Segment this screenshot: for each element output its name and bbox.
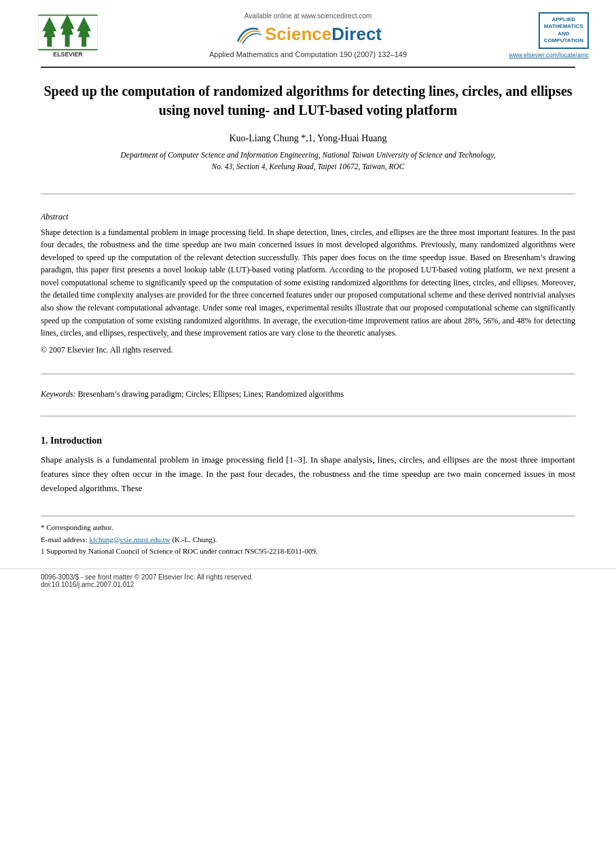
svg-marker-9 bbox=[77, 17, 91, 31]
email-address[interactable]: klchung@csie.ntust.edu.tw bbox=[89, 535, 170, 543]
sciencedirect-area: Available online at www.sciencedirect.co… bbox=[109, 12, 507, 58]
journal-logo-area: APPLIED MATHEMATICS AND COMPUTATION www.… bbox=[507, 12, 589, 58]
abstract-section: Abstract Shape detection is a fundamenta… bbox=[0, 204, 616, 365]
authors: Kuo-Liang Chung *,1, Yong-Huai Huang bbox=[27, 133, 589, 144]
keywords-label: Keywords: bbox=[41, 389, 76, 399]
copyright-text: © 2007 Elsevier Inc. All rights reserved… bbox=[41, 344, 575, 357]
elsevier-logo-area: ELSEVIER bbox=[27, 12, 109, 60]
elsevier-logo-icon: ELSEVIER bbox=[31, 12, 105, 60]
email-note: E-mail address: klchung@csie.ntust.edu.t… bbox=[41, 534, 575, 546]
sd-logo-text: ScienceDirect bbox=[265, 24, 382, 45]
title-section: Speed up the computation of randomized a… bbox=[0, 68, 616, 184]
journal-website-url[interactable]: www.elsevier.com/locate/amc bbox=[509, 52, 589, 58]
svg-rect-7 bbox=[81, 36, 86, 47]
affiliation: Department of Computer Science and Infor… bbox=[27, 149, 589, 173]
introduction-section: 1. Introduction Shape analysis is a fund… bbox=[0, 426, 616, 502]
available-online-text: Available online at www.sciencedirect.co… bbox=[244, 12, 372, 20]
svg-marker-3 bbox=[42, 17, 56, 31]
abstract-divider bbox=[41, 374, 575, 374]
footnotes-area: * Corresponding author. E-mail address: … bbox=[41, 516, 575, 558]
keywords-divider bbox=[41, 416, 575, 416]
issn-text: 0096-3003/$ - see front matter © 2007 El… bbox=[41, 573, 575, 581]
sciencedirect-logo: ScienceDirect bbox=[234, 22, 382, 46]
email-label: E-mail address: bbox=[41, 535, 88, 543]
intro-heading: 1. Introduction bbox=[41, 435, 575, 446]
affiliation-line1: Department of Computer Science and Infor… bbox=[120, 151, 495, 159]
svg-rect-4 bbox=[65, 33, 70, 47]
abstract-label: Abstract bbox=[41, 212, 575, 222]
svg-marker-6 bbox=[60, 15, 75, 29]
page: ELSEVIER Available online at www.science… bbox=[0, 0, 616, 841]
intro-text: Shape analysis is a fundamental problem … bbox=[41, 453, 575, 495]
bottom-bar: 0096-3003/$ - see front matter © 2007 El… bbox=[0, 569, 616, 592]
corresponding-note: * Corresponding author. bbox=[41, 522, 575, 534]
keywords-values: Bresenham’s drawing paradigm; Circles; E… bbox=[78, 389, 344, 399]
svg-text:ELSEVIER: ELSEVIER bbox=[53, 51, 83, 58]
affiliation-line2: No. 43, Section 4, Keelung Road, Taipei … bbox=[212, 162, 405, 171]
title-divider bbox=[41, 194, 575, 194]
footnote1: 1 Supported by National Council of Scien… bbox=[41, 545, 575, 558]
keywords-section: Keywords: Bresenham’s drawing paradigm; … bbox=[0, 384, 616, 406]
header: ELSEVIER Available online at www.science… bbox=[0, 0, 616, 67]
sd-swoosh-icon bbox=[234, 22, 265, 46]
svg-rect-1 bbox=[47, 36, 52, 47]
journal-logo-text: APPLIED MATHEMATICS AND COMPUTATION bbox=[544, 16, 583, 45]
email-suffix: (K.-L. Chung). bbox=[172, 535, 217, 543]
journal-name-text: Applied Mathematics and Computation 190 … bbox=[209, 50, 407, 58]
abstract-text: Shape detection is a fundamental problem… bbox=[41, 226, 575, 340]
doi-text: doi:10.1016/j.amc.2007.01.012 bbox=[41, 581, 575, 588]
paper-title: Speed up the computation of randomized a… bbox=[27, 82, 589, 120]
journal-logo-box: APPLIED MATHEMATICS AND COMPUTATION bbox=[539, 12, 589, 49]
